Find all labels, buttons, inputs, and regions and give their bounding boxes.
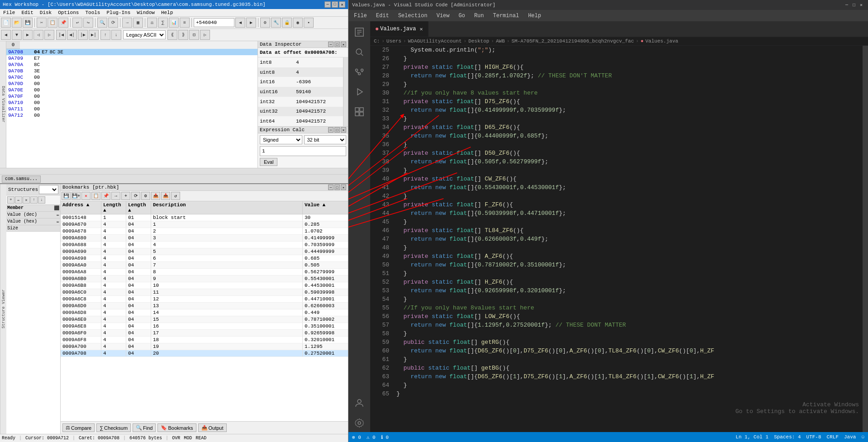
- offset-input[interactable]: +546040: [194, 18, 234, 27]
- vsc-menu-help[interactable]: Help: [526, 12, 543, 20]
- menu-window[interactable]: Window: [135, 10, 156, 16]
- t2-btn8[interactable]: |▶: [78, 30, 88, 40]
- vsc-min-btn[interactable]: ─: [844, 2, 850, 8]
- t2-btn12[interactable]: ⟪: [167, 30, 177, 40]
- bk-min-btn[interactable]: ─: [328, 185, 334, 190]
- options1-btn[interactable]: ⚙: [260, 18, 270, 28]
- act-source-control[interactable]: [350, 63, 368, 81]
- bk-import-btn[interactable]: 📥: [161, 192, 170, 200]
- struct-move-btn[interactable]: ↑: [30, 196, 38, 204]
- t2-btn9[interactable]: ▶|: [89, 30, 99, 40]
- code-content[interactable]: System.out.println(";"); } private stati…: [393, 46, 863, 432]
- bk-save-btn[interactable]: 💾: [62, 192, 71, 200]
- bk-refresh-btn[interactable]: ⟳: [131, 192, 140, 200]
- bk-options-btn[interactable]: ⚙: [141, 192, 150, 200]
- act-account[interactable]: [350, 394, 368, 412]
- prev-btn[interactable]: ◀: [235, 18, 245, 28]
- bk-saveas-btn[interactable]: 💾+: [72, 192, 81, 200]
- vsc-vscrollbar[interactable]: [863, 46, 868, 432]
- bk-max-btn[interactable]: □: [334, 185, 340, 190]
- struct-move2-btn[interactable]: ↓: [38, 196, 45, 204]
- hex-display-area[interactable]: 9A708 04 E7 8C 3E 9A709 E7 9A70A 8C: [6, 49, 258, 168]
- ec-value-input[interactable]: [260, 146, 346, 156]
- replace-btn[interactable]: ⟳: [108, 18, 118, 28]
- vsc-menu-selection[interactable]: Selection: [396, 12, 429, 20]
- ec-eval-btn[interactable]: Eval: [260, 158, 277, 166]
- ec-min-btn[interactable]: ─: [328, 127, 334, 133]
- options3-btn[interactable]: 🔒: [282, 18, 292, 28]
- goto-btn[interactable]: →: [122, 18, 132, 28]
- ec-bits-select[interactable]: 32 bit: [304, 135, 347, 144]
- next-btn[interactable]: ▶: [246, 18, 256, 28]
- hw-doc-tab[interactable]: com.samsu...: [2, 176, 41, 183]
- undo-btn[interactable]: ↩: [72, 18, 82, 28]
- t2-btn4[interactable]: ◁: [33, 30, 43, 40]
- vsc-tab-values[interactable]: Values.java ✕: [370, 21, 429, 37]
- compare-btn[interactable]: ⚖: [147, 18, 157, 28]
- bk-paste-btn[interactable]: 📌: [101, 192, 110, 200]
- options4-btn[interactable]: ◉: [293, 18, 303, 28]
- act-explorer[interactable]: [350, 23, 368, 41]
- t2-btn2[interactable]: ▼: [12, 30, 22, 40]
- t2-btn3[interactable]: ▶: [23, 30, 33, 40]
- hw-hscroll[interactable]: [0, 168, 348, 174]
- structures-select[interactable]: [39, 185, 58, 194]
- vsc-menu-terminal[interactable]: Terminal: [491, 12, 521, 20]
- ec-max-btn[interactable]: □: [334, 127, 340, 133]
- copy-btn[interactable]: 📋: [48, 18, 57, 28]
- checksum-btn[interactable]: ∑: [158, 18, 168, 28]
- tab-close-btn[interactable]: ✕: [420, 26, 423, 33]
- bk-add-btn[interactable]: +: [121, 192, 130, 200]
- t2-btn13[interactable]: ⟫: [178, 30, 188, 40]
- act-settings[interactable]: [350, 414, 368, 432]
- vsc-menu-go[interactable]: Go: [457, 12, 467, 20]
- t2-btn5[interactable]: ▷: [44, 30, 54, 40]
- menu-tools[interactable]: Tools: [84, 10, 101, 16]
- bk-goto-btn[interactable]: →: [111, 192, 120, 200]
- vsc-menu-edit[interactable]: Edit: [374, 12, 391, 20]
- bk-export-btn[interactable]: 📤: [151, 192, 160, 200]
- struct-edit-btn[interactable]: ✏: [15, 196, 22, 204]
- t2-btn10[interactable]: ↑: [100, 30, 110, 40]
- vsc-menu-file[interactable]: File: [352, 12, 369, 20]
- new-btn[interactable]: 📄: [1, 18, 11, 28]
- ec-close-btn[interactable]: ✕: [341, 127, 346, 133]
- open-btn[interactable]: 📂: [12, 18, 22, 28]
- output-bottom-btn[interactable]: 📤 Output: [198, 423, 227, 432]
- options2-btn[interactable]: 🔧: [271, 18, 281, 28]
- hw-restore-btn[interactable]: □: [332, 1, 338, 8]
- vsc-menu-run[interactable]: Run: [472, 12, 486, 20]
- t2-btn11[interactable]: ↓: [111, 30, 121, 40]
- di-max-btn[interactable]: □: [334, 42, 340, 47]
- options5-btn[interactable]: ▪: [304, 18, 314, 28]
- find-bottom-btn[interactable]: 🔍 Find: [133, 423, 156, 432]
- vsc-menu-view[interactable]: View: [434, 12, 451, 20]
- bk-table-body[interactable]: 00015148 1 01 block start 30 0009A670 4 …: [61, 214, 348, 421]
- bookmarks-bottom-btn[interactable]: 🔖 Bookmarks: [157, 423, 196, 432]
- t2-btn1[interactable]: ◀: [1, 30, 11, 40]
- vsc-restore-btn[interactable]: □: [851, 2, 857, 8]
- struct-add-btn[interactable]: +: [7, 196, 14, 204]
- compare-bottom-btn[interactable]: ⚖ Compare: [62, 423, 95, 432]
- bk-delete-btn[interactable]: ✕: [81, 192, 91, 200]
- menu-file[interactable]: File: [2, 10, 16, 16]
- menu-plugins[interactable]: Plug-Ins: [105, 10, 132, 16]
- hw-minimize-btn[interactable]: ─: [324, 1, 331, 8]
- struct-content[interactable]: [6, 232, 60, 434]
- menu-edit[interactable]: Edit: [20, 10, 34, 16]
- select-btn[interactable]: ▦: [133, 18, 143, 28]
- menu-help[interactable]: Help: [160, 10, 174, 16]
- paste-btn[interactable]: 📌: [58, 18, 68, 28]
- t2-btn7[interactable]: ◀|: [67, 30, 77, 40]
- redo-btn[interactable]: ↪: [83, 18, 93, 28]
- checksum-bottom-btn[interactable]: ∑ Checksum: [96, 423, 131, 432]
- t2-btn14[interactable]: ⊡: [189, 30, 199, 40]
- di-scrollbar[interactable]: [343, 57, 348, 126]
- struct-btn[interactable]: ≡: [180, 18, 190, 28]
- act-debug[interactable]: [350, 83, 368, 101]
- chart-btn[interactable]: 📊: [169, 18, 179, 28]
- bk-reload-btn[interactable]: ↺: [171, 192, 180, 200]
- di-min-btn[interactable]: ─: [328, 42, 334, 47]
- vsc-close-btn[interactable]: ✕: [858, 2, 864, 8]
- bk-close-btn[interactable]: ✕: [341, 185, 346, 190]
